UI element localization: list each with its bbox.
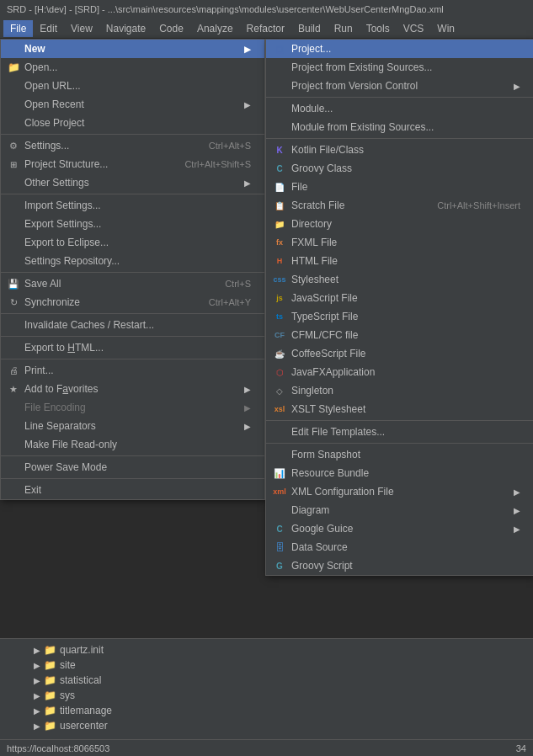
menu-navigate[interactable]: Navigate [99,20,152,37]
submenu-item-google-guice[interactable]: C Google Guice ▶ [266,519,533,538]
divider-3 [1,272,264,273]
menu-view[interactable]: View [64,20,99,37]
menu-tools[interactable]: Tools [360,20,397,37]
submenu-item-project-vcs[interactable]: Project from Version Control ▶ [266,77,533,95]
menu-item-export-settings[interactable]: Export Settings... [1,215,264,233]
new-divider-1 [266,97,533,98]
usercenter-arrow-icon: ▶ [34,721,40,731]
submenu-item-singleton[interactable]: ◇ Singleton [266,381,533,400]
menu-item-file-encoding-label: File Encoding [24,402,86,413]
titlemanage-arrow-icon: ▶ [34,706,40,716]
divider-6 [1,359,264,359]
menu-edit[interactable]: Edit [33,20,64,37]
submenu-item-resource-bundle[interactable]: 📊 Resource Bundle [266,464,533,482]
menu-item-open-recent[interactable]: Open Recent ▶ [1,95,264,114]
submenu-item-module-existing[interactable]: Module from Existing Sources... [266,118,533,136]
file-menu: New ▶ 📁 Open... Open URL... Open Recent … [0,39,265,500]
submenu-item-project-existing[interactable]: Project from Existing Sources... [266,58,533,77]
open-recent-arrow-icon: ▶ [244,100,251,109]
menu-item-export-settings-label: Export Settings... [24,218,101,230]
save-icon: 💾 [6,279,21,290]
menu-item-export-html[interactable]: Export to HTML... [1,338,264,357]
menu-vcs[interactable]: VCS [397,20,431,37]
menu-code[interactable]: Code [152,20,190,37]
menu-run[interactable]: Run [328,20,360,37]
menu-item-invalidate-caches[interactable]: Invalidate Caches / Restart... [1,316,264,334]
new-divider-2 [266,138,533,139]
menu-item-settings-repo[interactable]: Settings Repository... [1,252,264,270]
submenu-item-ts[interactable]: ts TypeScript File [266,307,533,326]
submenu-item-scratch[interactable]: 📋 Scratch File Ctrl+Alt+Shift+Insert [266,196,533,215]
menu-item-make-readonly-label: Make File Read-only [24,439,117,450]
titlemanage-folder-icon: 📁 [44,705,56,716]
submenu-item-file[interactable]: 📄 File [266,178,533,196]
menu-item-add-favorites-label: Add to Favorites [24,383,98,395]
menu-item-open-recent-label: Open Recent [24,98,84,110]
tree-item-quartz[interactable]: ▶ 📁 quartz.init [0,642,533,658]
menu-build[interactable]: Build [291,20,328,37]
submenu-item-cfml[interactable]: CF CFML/CFC file [266,326,533,344]
menu-item-power-save[interactable]: Power Save Mode [1,458,264,476]
submenu-item-kotlin[interactable]: K Kotlin File/Class [266,141,533,159]
tree-item-sys[interactable]: ▶ 📁 sys [0,688,533,703]
submenu-item-form-snapshot[interactable]: Form Snapshot [266,445,533,464]
tree-item-statistical[interactable]: ▶ 📁 statistical [0,673,533,688]
menu-win[interactable]: Win [430,20,461,37]
tree-item-usercenter[interactable]: ▶ 📁 usercenter [0,718,533,733]
sys-folder-icon: 📁 [44,689,56,701]
project-structure-shortcut: Ctrl+Alt+Shift+S [184,159,251,169]
menu-item-print[interactable]: 🖨 Print... [1,361,264,380]
menu-item-file-encoding[interactable]: File Encoding ▶ [1,398,264,417]
menu-item-open-url[interactable]: Open URL... [1,77,264,95]
submenu-item-module[interactable]: Module... [266,99,533,118]
settings-shortcut: Ctrl+Alt+S [209,141,251,151]
menu-item-open[interactable]: 📁 Open... [1,58,264,77]
menu-item-line-separators[interactable]: Line Separators ▶ [1,417,264,435]
submenu-item-html[interactable]: H HTML File [266,252,533,270]
submenu-item-diagram[interactable]: Diagram ▶ [266,501,533,519]
submenu-item-scratch-label: Scratch File [291,200,344,211]
menu-item-make-readonly[interactable]: Make File Read-only [1,435,264,454]
submenu-item-html-label: HTML File [291,255,338,267]
menu-item-import-settings[interactable]: Import Settings... [1,196,264,215]
javafx-icon: ⬡ [271,368,288,377]
submenu-item-project[interactable]: ▣ Project... [266,40,533,58]
favorites-icon: ★ [6,384,21,395]
menu-item-add-favorites[interactable]: ★ Add to Favorites ▶ [1,380,264,398]
submenu-item-stylesheet[interactable]: css Stylesheet [266,270,533,289]
submenu-item-javafx[interactable]: ⬡ JavaFXApplication [266,363,533,381]
menu-item-save-all[interactable]: 💾 Save All Ctrl+S [1,274,264,293]
submenu-item-javafx-label: JavaFXApplication [291,366,375,378]
menu-item-settings[interactable]: ⚙ Settings... Ctrl+Alt+S [1,136,264,155]
menu-item-export-html-label: Export to HTML... [24,342,104,354]
tree-item-site[interactable]: ▶ 📁 site [0,658,533,673]
guice-icon: C [271,524,288,534]
synchronize-shortcut: Ctrl+Alt+Y [209,297,251,307]
menu-analyze[interactable]: Analyze [190,20,240,37]
menu-item-export-eclipse[interactable]: Export to Eclipse... [1,233,264,252]
submenu-item-data-source[interactable]: 🗄 Data Source [266,538,533,556]
submenu-item-js[interactable]: js JavaScript File [266,289,533,307]
menu-file[interactable]: File [3,20,33,37]
submenu-item-fxml[interactable]: fx FXML File [266,233,533,252]
submenu-item-edit-templates[interactable]: Edit File Templates... [266,423,533,441]
submenu-item-coffeescript[interactable]: ☕ CoffeeScript File [266,344,533,363]
menu-item-project-structure[interactable]: ⊞ Project Structure... Ctrl+Alt+Shift+S [1,155,264,173]
menu-item-exit[interactable]: Exit [1,481,264,499]
submenu-item-groovy[interactable]: C Groovy Class [266,159,533,178]
project-vcs-arrow-icon: ▶ [514,82,520,91]
menu-bar: File Edit View Navigate Code Analyze Ref… [0,19,533,39]
menu-item-close-project[interactable]: Close Project [1,114,264,132]
submenu-item-xslt[interactable]: xsl XSLT Stylesheet [266,400,533,418]
status-url: https://localhost:8066503 [7,743,109,753]
submenu-item-groovy-script[interactable]: G Groovy Script [266,556,533,575]
menu-item-synchronize[interactable]: ↻ Synchronize Ctrl+Alt+Y [1,293,264,311]
menu-refactor[interactable]: Refactor [240,20,291,37]
submenu-item-directory[interactable]: 📁 Directory [266,215,533,233]
submenu-item-xml-config[interactable]: xml XML Configuration File ▶ [266,482,533,501]
quartz-folder-icon: 📁 [44,644,56,656]
menu-item-new[interactable]: New ▶ [1,40,264,58]
tree-item-titlemanage[interactable]: ▶ 📁 titlemanage [0,703,533,718]
menu-item-other-settings[interactable]: Other Settings ▶ [1,173,264,192]
submenu-item-xslt-label: XSLT Stylesheet [291,403,365,415]
